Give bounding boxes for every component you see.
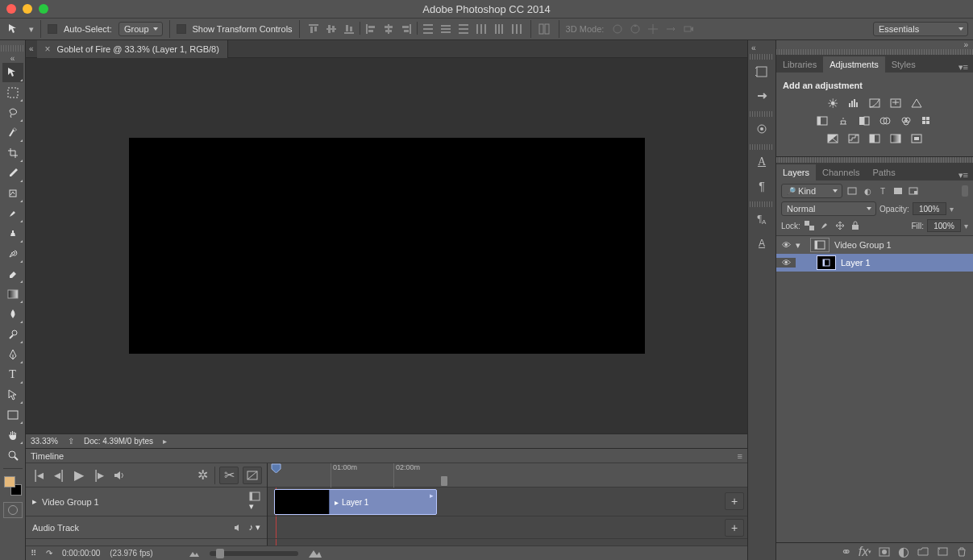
3d-roll-icon[interactable]	[628, 22, 642, 36]
dock-grip[interactable]	[750, 54, 774, 60]
dock-collapse-top-icon[interactable]: «	[748, 44, 759, 52]
video-clip[interactable]: ▸Layer 1 ▸	[274, 489, 437, 515]
align-hcenter-icon[interactable]	[381, 22, 396, 36]
new-layer-icon[interactable]	[936, 546, 949, 558]
fill-value[interactable]: 100%	[927, 219, 961, 232]
new-group-icon[interactable]	[917, 546, 929, 558]
lock-pixels-icon[interactable]	[819, 220, 831, 231]
tab-channels[interactable]: Channels	[816, 164, 866, 180]
blur-tool[interactable]	[2, 305, 23, 324]
audio-track-header[interactable]: Audio Track ♪ ▾	[26, 516, 267, 539]
render-icon[interactable]: ↷	[46, 549, 52, 558]
visibility-toggle-icon[interactable]: 👁	[776, 258, 796, 268]
zoom-in-mountain-icon[interactable]	[308, 549, 322, 558]
3d-camera-icon[interactable]	[681, 22, 696, 36]
playhead-icon[interactable]	[271, 463, 281, 473]
timeline-zoom-slider[interactable]	[210, 551, 298, 556]
show-transform-checkbox[interactable]	[177, 24, 186, 34]
add-video-clip-button[interactable]: +	[725, 492, 744, 510]
timeline-ruler[interactable]: 01:00m 02:00m	[268, 463, 747, 487]
path-select-tool[interactable]	[2, 385, 23, 404]
pen-tool[interactable]	[2, 345, 23, 364]
dock-grip[interactable]	[750, 111, 774, 117]
filter-shape-icon[interactable]	[892, 185, 904, 197]
share-icon[interactable]: ⇪	[68, 437, 74, 446]
add-audio-clip-button[interactable]: +	[725, 519, 744, 537]
layer-row-selected[interactable]: 👁 Layer 1	[776, 254, 973, 272]
tab-paths[interactable]: Paths	[867, 164, 902, 180]
vibrance-icon[interactable]	[909, 97, 924, 110]
character-panel-icon[interactable]: A	[751, 151, 773, 172]
timeline-menu-icon[interactable]: ≡	[738, 451, 742, 461]
lasso-tool[interactable]	[2, 103, 23, 122]
video-track-menu-icon[interactable]: ▾	[249, 492, 260, 512]
healing-brush-tool[interactable]	[2, 184, 23, 203]
clip-menu-icon[interactable]: ▸	[430, 492, 434, 500]
posterize-icon[interactable]	[846, 132, 861, 145]
properties-panel-icon[interactable]	[751, 118, 773, 139]
color-lookup-icon[interactable]	[920, 114, 934, 127]
auto-align-icon[interactable]	[538, 22, 552, 36]
3d-slide-icon[interactable]	[663, 22, 678, 36]
filter-type-icon[interactable]: T	[876, 185, 889, 197]
tools-grip[interactable]	[1, 45, 25, 52]
lock-all-icon[interactable]	[850, 220, 862, 231]
layers-panel-menu-icon[interactable]: ▾≡	[954, 170, 973, 180]
canvas-area[interactable]	[26, 58, 747, 433]
status-flyout-icon[interactable]: ▸	[163, 437, 167, 446]
work-area-end-handle[interactable]	[441, 476, 447, 486]
timeline-options-icon[interactable]: ⠿	[31, 549, 36, 558]
canvas[interactable]	[129, 138, 645, 354]
color-balance-icon[interactable]	[836, 114, 850, 127]
align-top-icon[interactable]	[306, 22, 321, 36]
levels-icon[interactable]	[846, 97, 861, 110]
zoom-tool[interactable]	[2, 446, 23, 465]
opacity-value[interactable]: 100%	[913, 202, 946, 215]
selective-color-icon[interactable]	[909, 132, 924, 145]
blend-mode-dropdown[interactable]: Normal	[781, 201, 876, 216]
gradient-tool[interactable]	[2, 284, 23, 304]
clone-stamp-tool[interactable]	[2, 224, 23, 243]
panel-grip[interactable]	[776, 49, 973, 55]
tab-styles[interactable]: Styles	[885, 56, 922, 73]
panel-grip[interactable]	[776, 157, 973, 163]
char-styles-panel-icon[interactable]: ¶A	[751, 209, 773, 230]
transition-button[interactable]	[243, 467, 262, 484]
tab-libraries[interactable]: Libraries	[776, 56, 823, 73]
align-right-icon[interactable]	[399, 22, 414, 36]
eyedropper-tool[interactable]	[2, 164, 23, 183]
hue-icon[interactable]	[815, 114, 830, 127]
visibility-toggle-icon[interactable]: 👁	[776, 240, 796, 250]
type-tool[interactable]: T	[2, 365, 23, 384]
foreground-background-swatch[interactable]	[2, 475, 23, 497]
delete-layer-icon[interactable]	[955, 546, 968, 558]
quick-select-tool[interactable]	[2, 123, 23, 143]
3d-pan-icon[interactable]	[646, 22, 660, 36]
bw-icon[interactable]	[857, 114, 871, 127]
distribute-vcenter-icon[interactable]	[439, 22, 453, 36]
rectangle-tool[interactable]	[2, 405, 23, 425]
paragraph-panel-icon[interactable]: ¶	[751, 176, 773, 197]
3d-orbit-icon[interactable]	[610, 22, 625, 36]
layer-group-row[interactable]: 👁 ▾ Video Group 1	[776, 236, 973, 254]
distribute-right-icon[interactable]	[509, 22, 524, 36]
distribute-hcenter-icon[interactable]	[492, 22, 506, 36]
next-frame-button[interactable]: |▸	[91, 468, 107, 483]
tab-adjustments[interactable]: Adjustments	[823, 56, 885, 73]
play-button[interactable]: ▶	[71, 468, 87, 483]
history-panel-icon[interactable]	[751, 61, 773, 82]
doc-area-collapse-icon[interactable]: «	[26, 44, 37, 53]
marquee-tool[interactable]	[2, 83, 23, 102]
history-brush-tool[interactable]	[2, 244, 23, 263]
distribute-bottom-icon[interactable]	[456, 22, 471, 36]
move-tool[interactable]	[2, 63, 23, 82]
actions-panel-icon[interactable]	[751, 85, 773, 106]
panels-collapse-icon[interactable]: »	[776, 40, 973, 49]
crop-tool[interactable]	[2, 143, 23, 163]
audio-mute-icon[interactable]	[234, 524, 243, 532]
layer-filter-kind-dropdown[interactable]: 🔎 Kind	[781, 184, 842, 198]
dodge-tool[interactable]	[2, 325, 23, 344]
link-layers-icon[interactable]: ⚭	[839, 546, 852, 558]
zoom-out-mountain-icon[interactable]	[189, 550, 200, 558]
quick-mask-toggle[interactable]	[3, 502, 23, 518]
